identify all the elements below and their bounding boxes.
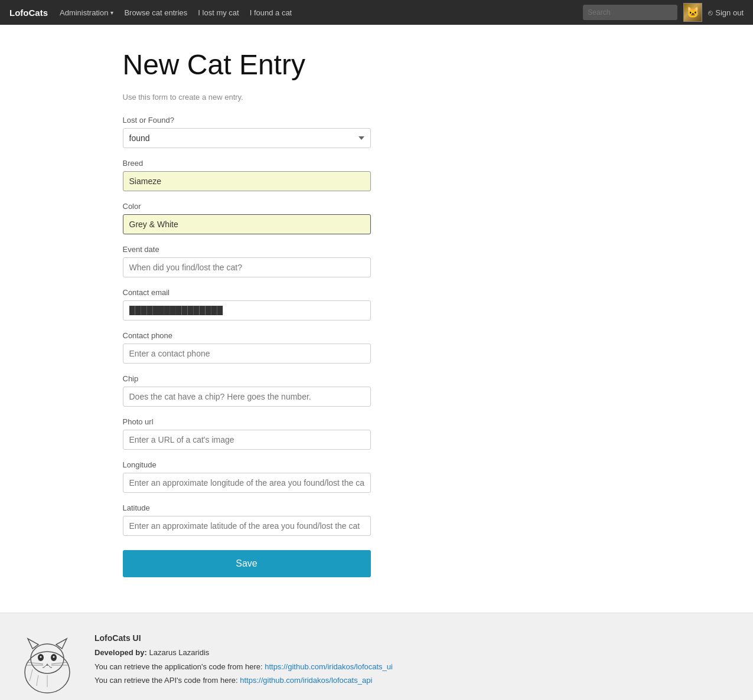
chip-group: Chip [123, 374, 371, 407]
svg-line-9 [27, 662, 43, 664]
developer-name: Lazarus Lazaridis [149, 648, 209, 657]
footer-text-block: LofoCats UI Developed by: Lazarus Lazari… [94, 631, 393, 687]
developed-by-label: Developed by: [94, 648, 147, 657]
lost-or-found-select[interactable]: found lost [123, 128, 371, 148]
page-title: New Cat Entry [123, 48, 631, 81]
signout-icon: ⎋ [708, 8, 713, 17]
breed-label: Breed [123, 159, 371, 168]
latitude-group: Latitude [123, 503, 371, 536]
navbar-found[interactable]: I found a cat [250, 8, 292, 17]
longitude-group: Longitude [123, 460, 371, 493]
contact-phone-input[interactable] [123, 344, 371, 364]
svg-line-11 [51, 662, 68, 664]
lost-or-found-group: Lost or Found? found lost [123, 116, 371, 148]
avatar-image: 🐱 [684, 3, 702, 22]
dropdown-caret-icon: ▾ [110, 9, 113, 16]
main-content: New Cat Entry Use this form to create a … [111, 25, 643, 613]
contact-email-label: Contact email [123, 288, 371, 297]
latitude-input[interactable] [123, 516, 371, 536]
code-url-link[interactable]: https://github.com/iridakos/lofocats_ui [265, 662, 393, 671]
svg-marker-8 [45, 663, 49, 666]
navbar-browse[interactable]: Browse cat entries [124, 8, 187, 17]
chip-label: Chip [123, 374, 371, 383]
footer-cat-image [12, 631, 83, 700]
photo-url-group: Photo url [123, 417, 371, 450]
contact-phone-group: Contact phone [123, 331, 371, 364]
chip-input[interactable] [123, 387, 371, 407]
svg-point-6 [40, 656, 42, 658]
navbar-right: 🐱 ⎋ Sign out [583, 3, 744, 22]
contact-email-group: Contact email [123, 288, 371, 320]
footer-code-line: You can retrieve the application's code … [94, 660, 393, 673]
breed-group: Breed [123, 159, 371, 191]
longitude-input[interactable] [123, 473, 371, 493]
color-input[interactable] [123, 214, 371, 234]
footer-api-line: You can retrieve the API's code from her… [94, 673, 393, 687]
photo-url-label: Photo url [123, 417, 371, 426]
navbar: LofoCats Administration ▾ Browse cat ent… [0, 0, 753, 25]
breed-input[interactable] [123, 171, 371, 191]
event-date-group: Event date [123, 245, 371, 277]
cat-illustration [15, 634, 80, 699]
footer: LofoCats UI Developed by: Lazarus Lazari… [0, 613, 753, 700]
navbar-brand[interactable]: LofoCats [9, 8, 48, 18]
administration-label: Administration [60, 8, 108, 17]
avatar: 🐱 [683, 3, 702, 22]
svg-point-7 [53, 656, 55, 658]
form-subtitle: Use this form to create a new entry. [123, 93, 631, 102]
new-cat-form: Lost or Found? found lost Breed Color Ev… [123, 116, 371, 577]
latitude-label: Latitude [123, 503, 371, 512]
navbar-administration[interactable]: Administration ▾ [60, 8, 113, 17]
save-button[interactable]: Save [123, 550, 371, 577]
signout-button[interactable]: ⎋ Sign out [708, 8, 744, 17]
navbar-search-input[interactable] [583, 5, 677, 20]
navbar-lost[interactable]: I lost my cat [198, 8, 239, 17]
photo-url-input[interactable] [123, 430, 371, 450]
footer-title: LofoCats UI [94, 631, 393, 646]
api-url-link[interactable]: https://github.com/iridakos/lofocats_api [240, 676, 372, 685]
longitude-label: Longitude [123, 460, 371, 469]
lost-or-found-label: Lost or Found? [123, 116, 371, 125]
signout-label: Sign out [715, 8, 744, 17]
api-label: You can retrieve the API's code from her… [94, 676, 238, 685]
svg-point-1 [31, 644, 64, 673]
contact-phone-label: Contact phone [123, 331, 371, 340]
event-date-label: Event date [123, 245, 371, 254]
footer-developer-line: Developed by: Lazarus Lazaridis [94, 646, 393, 659]
code-label: You can retrieve the application's code … [94, 662, 263, 671]
event-date-input[interactable] [123, 257, 371, 277]
color-group: Color [123, 202, 371, 234]
color-label: Color [123, 202, 371, 211]
contact-email-input[interactable] [123, 300, 371, 320]
